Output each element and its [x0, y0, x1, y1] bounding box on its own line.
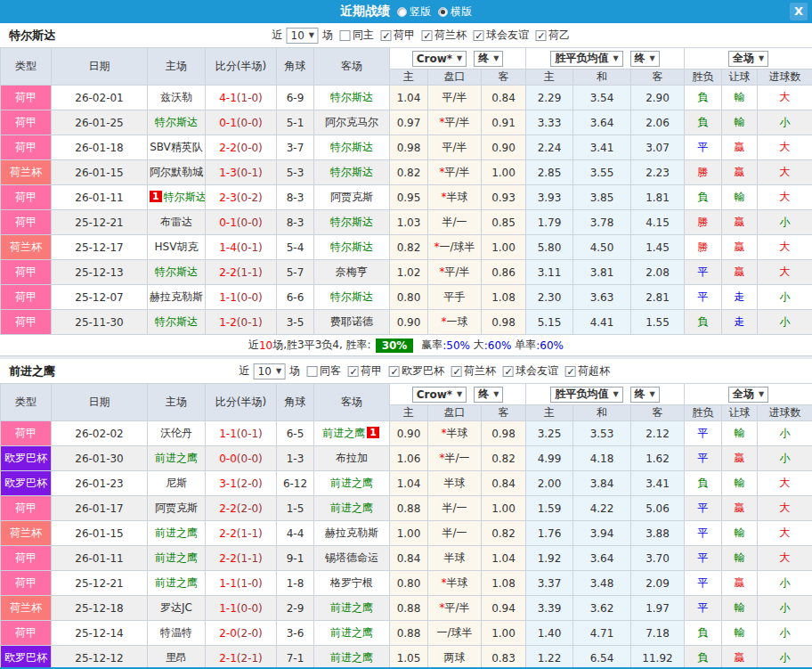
column-header: 客场 — [314, 48, 390, 86]
result-handicap-cell: 贏 — [722, 235, 758, 260]
home-team-cell: 特尔斯达 — [148, 110, 206, 135]
scope-select[interactable]: 全场▼ — [728, 51, 768, 67]
corners-cell: 4-4 — [277, 521, 314, 546]
recent-count-select[interactable]: 10▼ — [254, 363, 286, 379]
result-wdl-cell: 負 — [685, 646, 722, 669]
scope-select[interactable]: 全场▼ — [728, 387, 768, 403]
column-header: 角球 — [277, 48, 314, 86]
home-odds-cell: 0.98 — [390, 135, 428, 160]
full-score: 1-1 — [219, 428, 237, 440]
team-label: 特尔斯达 — [330, 166, 373, 178]
filter-checkbox[interactable]: ✓欧罗巴杯 — [389, 363, 444, 379]
away-odds-cell: 0.83 — [482, 646, 526, 669]
date-cell: 26-01-18 — [52, 135, 148, 160]
home-odds-cell: 0.80 — [390, 571, 428, 596]
corners-cell: 5-4 — [277, 235, 314, 260]
layout-radio-vertical[interactable]: 竖版 — [397, 4, 431, 20]
filter-label: 荷兰杯 — [434, 28, 467, 43]
final-odds-select[interactable]: 终▼ — [474, 51, 503, 67]
handicap-text: 半球 — [447, 191, 468, 203]
corners-cell: 6-9 — [277, 86, 314, 110]
summary-item-label: 大 — [470, 338, 484, 353]
checkbox-icon: ✓ — [451, 366, 462, 377]
filter-checkbox[interactable]: ✓荷兰杯 — [451, 363, 496, 379]
layout-radio-horizontal[interactable]: 横版 — [438, 4, 472, 20]
filter-label: 荷甲 — [394, 28, 415, 43]
filter-checkbox[interactable]: ✓球会友谊 — [474, 28, 529, 43]
window-title: 近期战绩 — [340, 4, 390, 20]
filter-controls: 近10▼场同主✓荷甲✓荷兰杯✓球会友谊✓荷乙 — [272, 28, 570, 44]
window-titlebar: 近期战绩 竖版 横版 X — [0, 0, 812, 23]
final-odds-select[interactable]: 终▼ — [474, 387, 503, 403]
team-label: HSV胡克 — [155, 241, 199, 253]
date-cell: 26-01-30 — [52, 446, 148, 471]
final-avg-select[interactable]: 终▼ — [630, 387, 660, 403]
date-cell: 26-01-15 — [52, 521, 148, 546]
filter-checkbox[interactable]: 同客 — [307, 363, 341, 379]
match-row: 欧罗巴杯26-01-30前进之鹰0-0(0-0)1-3布拉加1.06*半/一0.… — [1, 446, 812, 471]
select-value: 终 — [635, 387, 646, 402]
result-wdl-cell: 平 — [685, 285, 722, 310]
home-odds-cell: 0.88 — [390, 621, 428, 646]
filter-checkbox[interactable]: ✓荷兰杯 — [422, 28, 467, 43]
final-avg-select[interactable]: 终▼ — [630, 51, 660, 67]
avg-odds-select[interactable]: 胜平负均值▼ — [550, 51, 622, 67]
team-label: 特尔斯达 — [155, 265, 198, 278]
select-value: 胜平负均值 — [555, 51, 608, 66]
home-odds-cell: 0.82 — [390, 160, 428, 185]
away-team-cell: 格罗宁根 — [314, 571, 390, 596]
sub-column-header: 胜负 — [685, 405, 722, 421]
full-score: 3-1 — [219, 477, 237, 490]
match-row: 荷甲26-01-17阿贾克斯2-2(2-0)1-5前进之鹰0.88半/一1.00… — [1, 496, 812, 521]
result-handicap-cell: 輸 — [722, 621, 758, 646]
handicap-text: 一/球半 — [436, 626, 472, 639]
avg-odds-select[interactable]: 胜平负均值▼ — [550, 387, 622, 403]
result-goals-cell: 大 — [758, 235, 812, 260]
handicap-cell: 半球 — [428, 471, 482, 496]
checkbox-icon: ✓ — [348, 366, 359, 377]
team-label: 费耶诺德 — [330, 315, 373, 328]
radio-vertical-icon[interactable] — [397, 7, 407, 17]
filter-checkbox[interactable]: ✓荷超杯 — [565, 363, 610, 379]
score-cell: 1-4(0-1) — [206, 235, 277, 260]
half-score: (0-1) — [237, 428, 263, 440]
team-label: 格罗宁根 — [330, 576, 373, 589]
filter-checkbox[interactable]: ✓荷甲 — [381, 28, 415, 43]
column-header: 类型 — [1, 48, 52, 86]
team-label: 特尔斯达 — [330, 241, 373, 253]
avg-draw-cell: 3.64 — [573, 546, 631, 571]
filter-checkbox[interactable]: ✓荷甲 — [348, 363, 382, 379]
corners-cell: 5-1 — [277, 110, 314, 135]
league-cell: 荷兰杯 — [1, 596, 52, 621]
dropdown-arrow-icon: ▼ — [457, 390, 462, 398]
handicap-text: 一球 — [447, 315, 468, 328]
league-cell: 荷兰杯 — [1, 235, 52, 260]
column-header: 主场 — [148, 48, 206, 86]
radio-horizontal-icon[interactable] — [438, 7, 448, 17]
odds-company-select[interactable]: Crow*▼ — [412, 387, 467, 403]
corners-cell: 1-5 — [277, 496, 314, 521]
filter-checkbox[interactable]: ✓荷乙 — [536, 28, 570, 43]
date-cell: 25-12-17 — [52, 235, 148, 260]
score-cell: 1-3(0-1) — [206, 160, 277, 185]
close-button[interactable]: X — [790, 3, 808, 20]
avg-home-cell: 3.33 — [526, 110, 573, 135]
date-cell: 26-01-15 — [52, 160, 148, 185]
filter-checkbox[interactable]: ✓球会友谊 — [503, 363, 558, 379]
result-goals-cell: 小 — [758, 571, 812, 596]
filter-label: 同客 — [320, 363, 341, 379]
full-score: 2-3 — [219, 192, 237, 204]
checkbox-icon: ✓ — [389, 366, 400, 377]
result-goals-cell: 大 — [758, 521, 812, 546]
filter-label: 欧罗巴杯 — [402, 363, 444, 379]
result-handicap-cell: 輸 — [722, 421, 758, 446]
recent-count-select[interactable]: 10▼ — [287, 28, 319, 44]
home-odds-cell: 1.05 — [390, 646, 428, 669]
odds-company-select[interactable]: Crow*▼ — [412, 51, 467, 67]
corners-cell: 8-3 — [277, 210, 314, 235]
home-odds-cell: 0.95 — [390, 185, 428, 210]
corners-cell: 6-12 — [277, 471, 314, 496]
avg-select-group: 胜平负均值▼终▼ — [526, 48, 685, 69]
filter-checkbox[interactable]: 同主 — [340, 28, 374, 43]
result-goals-cell: 大 — [758, 260, 812, 285]
